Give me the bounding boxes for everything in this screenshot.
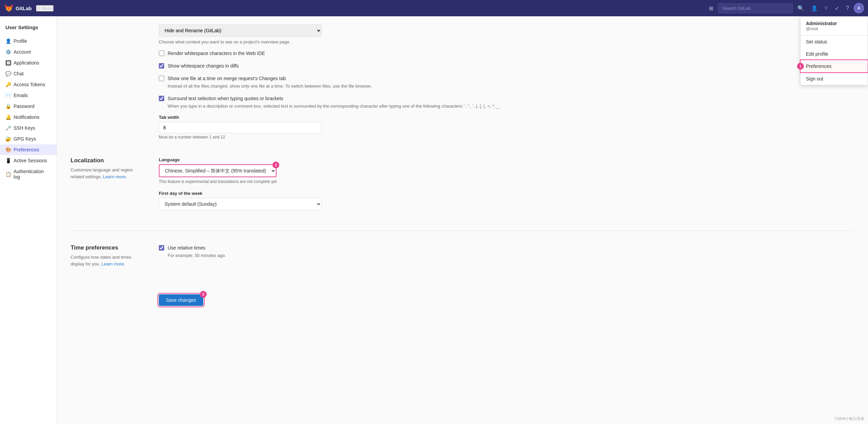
emails-icon: ✉️	[5, 93, 11, 98]
tab-width-hint: Must be a number between 1 and 12	[159, 135, 499, 140]
language-select[interactable]: Chinese, Simplified – 简体中文 (95% translat…	[159, 164, 277, 177]
sidebar-item-profile[interactable]: 👤 Profile	[0, 36, 57, 47]
sidebar-item-ssh-keys[interactable]: 🗝️ SSH Keys	[0, 123, 57, 133]
language-badge: 2	[272, 162, 279, 168]
menu-button[interactable]: ☰ Menu	[36, 5, 54, 12]
sidebar-label-profile: Profile	[14, 38, 27, 44]
dropdown-set-status[interactable]: Set status	[800, 36, 868, 48]
save-section: Save changes 3	[71, 294, 854, 306]
checkbox-show-whitespace: Show whitespace changes in diffs	[159, 62, 499, 70]
surround-text-sub: When you type in a description or commen…	[168, 103, 499, 110]
dropdown-handle: @root	[806, 26, 862, 31]
search-input[interactable]	[718, 3, 793, 13]
sidebar-item-active-sessions[interactable]: 📱 Active Sessions	[0, 155, 57, 166]
sidebar-item-auth-log[interactable]: 📋 Authentication log	[0, 166, 57, 182]
sidebar: User Settings 👤 Profile ⚙️ Account 🔲 App…	[0, 16, 57, 424]
menu-label: Menu	[42, 6, 53, 11]
dropdown-preferences-wrapper: 1 Preferences	[800, 60, 868, 72]
time-preferences-learn-more-link[interactable]: Learn more.	[101, 261, 125, 266]
surround-text-checkbox[interactable]	[159, 96, 164, 101]
todos-btn[interactable]: ✓	[833, 3, 841, 14]
user-avatar-btn[interactable]: A	[854, 3, 864, 13]
sidebar-label-emails: Emails	[14, 93, 28, 98]
sidebar-item-applications[interactable]: 🔲 Applications	[0, 57, 57, 68]
merge-requests-btn[interactable]: ⑂	[823, 3, 830, 13]
relative-times-checkbox[interactable]	[159, 245, 164, 251]
localization-title: Localization	[71, 157, 145, 164]
nav-right: ⊞ 🔍 👤 ⑂ ✓ ? A	[707, 3, 864, 14]
sidebar-item-access-tokens[interactable]: 🔑 Access Tokens	[0, 79, 57, 90]
access-tokens-icon: 🔑	[5, 82, 11, 87]
sidebar-item-notifications[interactable]: 🔔 Notifications	[0, 112, 57, 123]
one-file-label-group: Show one file at a time on merge request…	[168, 75, 372, 90]
tab-width-group: Tab width Must be a number between 1 and…	[159, 115, 499, 140]
project-overview-desc: Choose what content you want to see on a…	[159, 39, 499, 44]
preferences-icon: 🎨	[5, 147, 11, 152]
account-icon: ⚙️	[5, 49, 11, 55]
gitlab-logo[interactable]: GitLab	[4, 3, 32, 13]
active-sessions-icon: 📱	[5, 158, 11, 163]
localization-section: Localization Customize language and regi…	[71, 157, 854, 231]
sidebar-label-auth-log: Authentication log	[14, 169, 51, 180]
sidebar-item-preferences[interactable]: 🎨 Preferences	[0, 144, 57, 155]
sidebar-item-account[interactable]: ⚙️ Account	[0, 47, 57, 57]
user-dropdown-menu: Administrator @root Set status Edit prof…	[800, 16, 868, 85]
sidebar-label-chat: Chat	[14, 71, 24, 76]
localization-learn-more-link[interactable]: Learn more.	[103, 174, 127, 179]
issues-icon-btn[interactable]: ⊞	[707, 3, 715, 14]
chat-icon: 💬	[5, 71, 11, 76]
sidebar-title: User Settings	[0, 22, 57, 36]
language-group: Language Chinese, Simplified – 简体中文 (95%…	[159, 157, 854, 184]
sidebar-label-ssh-keys: SSH Keys	[14, 125, 35, 131]
top-navigation: GitLab ☰ Menu ⊞ 🔍 👤 ⑂ ✓ ? A	[0, 0, 868, 16]
gitlab-text: GitLab	[16, 5, 32, 11]
sidebar-item-password[interactable]: 🔒 Password	[0, 101, 57, 112]
first-day-label: First day of the week	[159, 191, 854, 196]
project-overview-select[interactable]: Hide and Rename (GitLab)	[159, 24, 322, 37]
dropdown-preferences[interactable]: Preferences	[800, 60, 868, 72]
tab-width-label: Tab width	[159, 115, 499, 120]
top-label-spacer	[71, 24, 145, 146]
tab-width-input[interactable]	[159, 122, 322, 133]
top-row: Hide and Rename (GitLab) Choose what con…	[71, 24, 854, 146]
language-select-wrapper: Chinese, Simplified – 简体中文 (95% translat…	[159, 164, 277, 177]
first-day-select[interactable]: System default (Sunday) Sunday Monday Sa…	[159, 198, 322, 210]
help-btn[interactable]: ?	[844, 3, 851, 13]
save-btn-container: Save changes 3	[159, 294, 203, 306]
page-layout: User Settings 👤 Profile ⚙️ Account 🔲 App…	[0, 16, 868, 424]
gitlab-fox-icon	[4, 3, 14, 13]
search-button[interactable]: 🔍	[795, 3, 806, 14]
sidebar-label-preferences: Preferences	[14, 147, 39, 152]
dropdown-sign-out[interactable]: Sign out	[800, 73, 868, 85]
preferences-badge: 1	[797, 63, 804, 70]
dropdown-edit-profile[interactable]: Edit profile	[800, 48, 868, 60]
sidebar-label-access-tokens: Access Tokens	[14, 82, 45, 87]
sidebar-item-chat[interactable]: 💬 Chat	[0, 68, 57, 79]
sidebar-label-notifications: Notifications	[14, 114, 39, 120]
show-whitespace-label: Show whitespace changes in diffs	[168, 62, 239, 70]
relative-times-label-group: Use relative times For example: 30 minut…	[168, 244, 226, 259]
sidebar-item-emails[interactable]: ✉️ Emails	[0, 90, 57, 101]
save-button-wrapper: Save changes 3	[159, 294, 854, 306]
sidebar-item-gpg-keys[interactable]: 🔐 GPG Keys	[0, 133, 57, 144]
main-content: Hide and Rename (GitLab) Choose what con…	[57, 16, 868, 424]
save-changes-button[interactable]: Save changes	[159, 294, 203, 306]
one-file-checkbox[interactable]	[159, 76, 164, 81]
sidebar-label-gpg-keys: GPG Keys	[14, 136, 36, 142]
ssh-keys-icon: 🗝️	[5, 125, 11, 131]
applications-icon: 🔲	[5, 60, 11, 66]
localization-desc: Customize language and region related se…	[71, 167, 145, 180]
localization-label: Localization Customize language and regi…	[71, 157, 145, 217]
render-whitespace-label: Render whitespace characters in the Web …	[168, 50, 265, 57]
profile-shortcut-btn[interactable]: 👤	[809, 3, 820, 14]
relative-times-row: Use relative times For example: 30 minut…	[159, 244, 854, 259]
sidebar-label-applications: Applications	[14, 60, 39, 66]
footer-text: CSDN小鱼江河读	[835, 416, 864, 421]
language-label: Language	[159, 157, 854, 162]
hamburger-icon: ☰	[37, 6, 41, 11]
checkbox-one-file: Show one file at a time on merge request…	[159, 75, 499, 90]
show-whitespace-checkbox[interactable]	[159, 63, 164, 69]
save-badge: 3	[200, 291, 207, 298]
render-whitespace-checkbox[interactable]	[159, 51, 164, 56]
sidebar-label-password: Password	[14, 104, 34, 109]
